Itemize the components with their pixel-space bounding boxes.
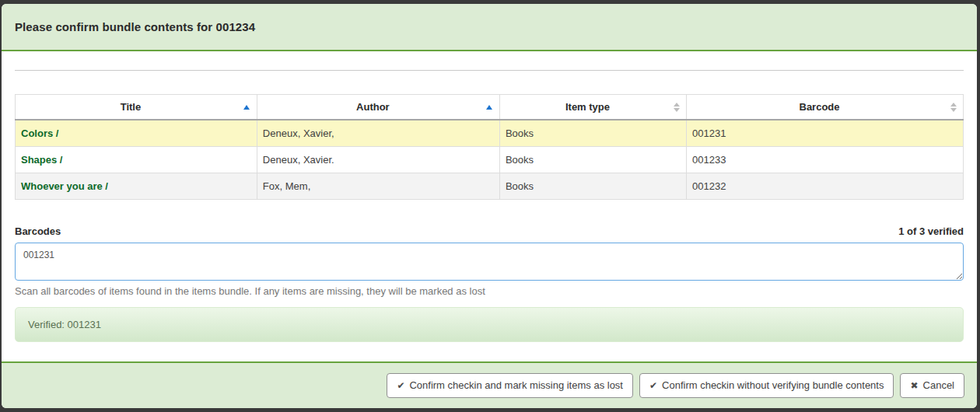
column-header-label: Item type — [565, 101, 610, 113]
cell-barcode: 001233 — [687, 147, 964, 173]
cell-barcode: 001231 — [687, 120, 964, 147]
cancel-button[interactable]: ✖ Cancel — [900, 373, 964, 398]
barcodes-header-row: Barcodes 1 of 3 verified — [15, 225, 964, 237]
column-header-label: Author — [356, 101, 390, 113]
barcodes-help-text: Scan all barcodes of items found in the … — [15, 285, 964, 297]
confirm-checkin-no-verify-button[interactable]: ✔ Confirm checkin without verifying bund… — [639, 373, 894, 398]
barcodes-label: Barcodes — [15, 225, 61, 237]
sort-unsorted-icon — [950, 103, 957, 112]
cell-item-type: Books — [499, 147, 686, 173]
sort-ascending-icon — [243, 105, 250, 110]
cell-title: Colors / — [16, 120, 257, 147]
barcodes-input[interactable]: 001231 — [15, 243, 964, 281]
verified-count: 1 of 3 verified — [898, 225, 964, 237]
column-header-author[interactable]: Author — [257, 95, 499, 120]
column-header-label: Title — [121, 101, 142, 113]
confirm-bundle-modal: Please confirm bundle contents for 00123… — [2, 4, 977, 408]
cell-item-type: Books — [499, 173, 686, 200]
cell-author: Fox, Mem, — [257, 173, 499, 200]
modal-body: Title Author Item type Barcode — [2, 51, 977, 361]
check-icon: ✔ — [649, 379, 657, 392]
cell-item-type: Books — [499, 120, 686, 147]
x-icon: ✖ — [910, 379, 918, 392]
button-label: Cancel — [923, 379, 954, 392]
column-header-label: Barcode — [800, 101, 840, 113]
confirm-checkin-mark-lost-button[interactable]: ✔ Confirm checkin and mark missing items… — [387, 373, 633, 398]
column-header-item-type[interactable]: Item type — [499, 95, 686, 120]
cell-author: Deneux, Xavier, — [257, 120, 499, 147]
table-row: Colors / Deneux, Xavier, Books 001231 — [16, 120, 964, 147]
modal-title: Please confirm bundle contents for 00123… — [15, 20, 255, 33]
biblio-title-link[interactable]: Whoever you are / — [21, 180, 108, 192]
table-row: Shapes / Deneux, Xavier. Books 001233 — [16, 147, 964, 173]
sort-unsorted-icon — [674, 103, 680, 112]
column-header-title[interactable]: Title — [16, 95, 257, 120]
divider — [15, 70, 964, 71]
cell-author: Deneux, Xavier. — [257, 147, 499, 173]
cell-barcode: 001232 — [687, 173, 964, 200]
biblio-title-link[interactable]: Colors / — [21, 127, 58, 139]
button-label: Confirm checkin and mark missing items a… — [409, 379, 623, 392]
modal-header: Please confirm bundle contents for 00123… — [2, 4, 977, 51]
biblio-title-link[interactable]: Shapes / — [21, 154, 62, 166]
cell-title: Whoever you are / — [16, 173, 257, 200]
check-icon: ✔ — [397, 379, 404, 392]
button-label: Confirm checkin without verifying bundle… — [662, 379, 884, 392]
modal-footer: ✔ Confirm checkin and mark missing items… — [2, 361, 977, 408]
bundle-contents-table: Title Author Item type Barcode — [15, 94, 964, 200]
sort-ascending-icon — [486, 105, 492, 110]
table-header-row: Title Author Item type Barcode — [16, 95, 964, 120]
verified-status-message: Verified: 001231 — [15, 307, 964, 342]
column-header-barcode[interactable]: Barcode — [687, 95, 964, 120]
table-row: Whoever you are / Fox, Mem, Books 001232 — [16, 173, 964, 200]
cell-title: Shapes / — [16, 147, 257, 173]
